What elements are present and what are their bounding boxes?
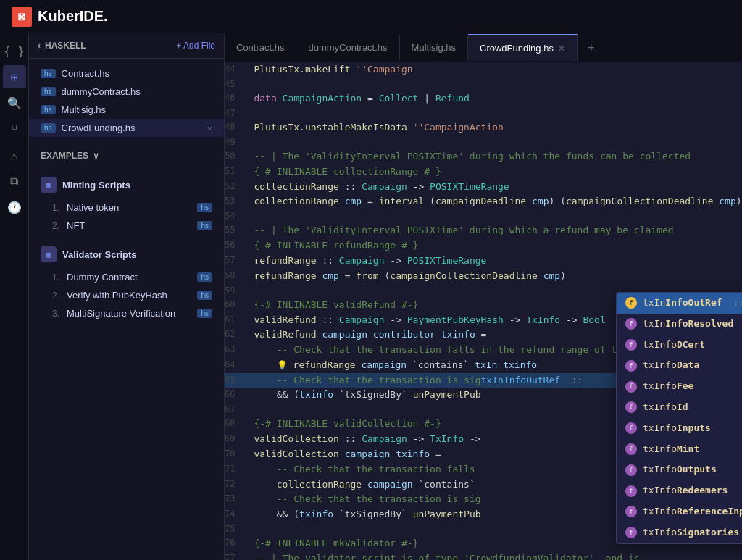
table-row: 44 PlutusTx.makeLift ''Campaign bbox=[225, 62, 742, 78]
example-multisig[interactable]: 3. MultiSignature Verification hs bbox=[29, 304, 224, 322]
file-item-multisig[interactable]: hs Multisig.hs bbox=[29, 101, 224, 119]
sidebar-icon-files[interactable]: ⊞ bbox=[3, 65, 26, 88]
table-row: 53 collectionRange cmp = interval (campa… bbox=[225, 194, 742, 209]
main-layout: { } ⊞ 🔍 ⑂ ⚠ ⧉ 🕐 ‹ HASKELL + Add File hs … bbox=[0, 33, 742, 560]
table-row: 57 refundRange :: Campaign -> POSIXTimeR… bbox=[225, 254, 742, 269]
tab-contract[interactable]: Contract.hs bbox=[225, 35, 296, 60]
example-dummy-contract[interactable]: 1. Dummy Contract hs bbox=[29, 268, 224, 286]
file-name-crowdfunding: CrowdFunding.hs bbox=[62, 122, 201, 133]
example-num-v2: 2. bbox=[52, 291, 67, 301]
tab-multisig[interactable]: Multisig.hs bbox=[400, 35, 468, 60]
example-name-nft: NFT bbox=[67, 220, 197, 231]
ac-item-txInfoData[interactable]: f txInfoData bbox=[617, 355, 742, 376]
example-badge-nft: hs bbox=[197, 221, 212, 230]
file-item-crowdfunding[interactable]: hs CrowdFunding.hs ✕ bbox=[29, 119, 224, 137]
tab-add-button[interactable]: + bbox=[578, 33, 605, 62]
file-badge-crowdfunding: hs bbox=[41, 123, 56, 133]
sidebar-icon-layers[interactable]: ⧉ bbox=[3, 170, 26, 193]
table-row: 51 {-# INLINABLE collectionRange #-} bbox=[225, 164, 742, 180]
ac-name-7: txInfoMint bbox=[643, 442, 699, 457]
explorer-title: ‹ HASKELL bbox=[38, 41, 86, 51]
table-row: 45 bbox=[225, 78, 742, 91]
table-row: 55 -- | The 'ValidityInterval POSIXTime'… bbox=[225, 223, 742, 238]
example-name-multisig: MultiSignature Verification bbox=[67, 308, 197, 319]
file-item-contract[interactable]: hs Contract.hs bbox=[29, 64, 224, 83]
examples-section: EXAMPLES ∨ ▦ Minting Scripts 1. Native t… bbox=[29, 143, 224, 325]
ac-name-10: txInfoReferenceInputs bbox=[643, 504, 742, 519]
table-row: 48 PlutusTx.unstableMakeIsData ''Campaig… bbox=[225, 120, 742, 135]
add-file-button[interactable]: + Add File bbox=[176, 41, 215, 51]
logo-text: KuberIDE. bbox=[38, 8, 108, 25]
back-arrow-icon[interactable]: ‹ bbox=[38, 41, 41, 51]
example-nft[interactable]: 2. NFT hs bbox=[29, 217, 224, 235]
ac-icon-8: f bbox=[625, 464, 637, 476]
topbar: ⊠ KuberIDE. bbox=[0, 0, 742, 33]
ac-name-3: txInfoData bbox=[643, 358, 699, 373]
tab-crowdfunding[interactable]: CrowdFunding.hs ✕ bbox=[468, 34, 578, 61]
file-name-multisig: Multisig.hs bbox=[62, 104, 212, 115]
table-row: 50 -- | The 'ValidityInterval POSIXTime'… bbox=[225, 149, 742, 164]
icon-sidebar: { } ⊞ 🔍 ⑂ ⚠ ⧉ 🕐 bbox=[0, 33, 29, 560]
explorer-lang: HASKELL bbox=[45, 41, 86, 51]
example-badge-native-token: hs bbox=[197, 203, 212, 212]
file-badge-contract: hs bbox=[41, 69, 56, 78]
ac-name-8: txInfoOutputs bbox=[643, 462, 717, 477]
sidebar-icon-braces[interactable]: { } bbox=[3, 39, 26, 62]
table-row: 49 bbox=[225, 135, 742, 149]
examples-header[interactable]: EXAMPLES ∨ bbox=[29, 143, 224, 168]
editor-tabs: Contract.hs dummyContract.hs Multisig.hs… bbox=[225, 33, 742, 62]
ac-item-txInfoRedeemers[interactable]: f txInfoRedeemers bbox=[617, 480, 742, 501]
table-row: 52 collectionRange :: Campaign -> POSIXT… bbox=[225, 180, 742, 195]
code-editor[interactable]: 44 PlutusTx.makeLift ''Campaign 45 46 da… bbox=[225, 62, 742, 560]
sidebar-icon-git[interactable]: ⑂ bbox=[3, 117, 26, 141]
ac-type-0: :: TxInInfo -> TxOutRef bbox=[734, 297, 742, 310]
logo-icon: ⊠ bbox=[12, 7, 32, 27]
autocomplete-dropdown: f txInInfoOutRef :: TxInInfo -> TxOutRef… bbox=[616, 292, 742, 544]
sidebar-icon-search[interactable]: 🔍 bbox=[3, 91, 26, 114]
ac-icon-10: f bbox=[625, 506, 637, 517]
ac-name-4: txInfoFee bbox=[643, 379, 693, 394]
example-native-token[interactable]: 1. Native token hs bbox=[29, 198, 224, 217]
tab-dummycontract[interactable]: dummyContract.hs bbox=[296, 35, 399, 60]
ac-name-5: txInfoId bbox=[643, 400, 688, 415]
example-badge-dummy: hs bbox=[197, 272, 212, 282]
file-item-dummycontract[interactable]: hs dummyContract.hs bbox=[29, 83, 224, 101]
tab-close-crowdfunding[interactable]: ✕ bbox=[558, 43, 565, 54]
ac-name-11: txInfoSignatories bbox=[643, 525, 739, 540]
ac-item-txInfoFee[interactable]: f txInfoFee bbox=[617, 376, 742, 397]
ac-icon-7: f bbox=[625, 443, 637, 455]
table-row: 54 bbox=[225, 209, 742, 223]
ac-icon-0: f bbox=[625, 297, 637, 309]
examples-label: EXAMPLES bbox=[41, 151, 88, 161]
file-close-crowdfunding[interactable]: ✕ bbox=[207, 123, 212, 133]
ac-icon-1: f bbox=[625, 318, 637, 330]
ac-item-txInInfoResolved[interactable]: f txInInfoResolved bbox=[617, 314, 742, 335]
tab-label-multisig: Multisig.hs bbox=[412, 42, 456, 53]
ac-item-txInInfoOutRef[interactable]: f txInInfoOutRef :: TxInInfo -> TxOutRef bbox=[617, 293, 742, 314]
example-group-validator: ▦ Validator Scripts 1. Dummy Contract hs… bbox=[29, 238, 224, 325]
ac-name-0: txInInfoOutRef bbox=[643, 296, 722, 311]
editor-area: Contract.hs dummyContract.hs Multisig.hs… bbox=[225, 33, 742, 560]
validator-group-header[interactable]: ▦ Validator Scripts bbox=[29, 241, 224, 268]
ac-item-txInfoSignatories[interactable]: f txInfoSignatories bbox=[617, 522, 742, 543]
ac-item-txInfoDCert[interactable]: f txInfoDCert bbox=[617, 335, 742, 356]
ac-icon-11: f bbox=[625, 527, 637, 538]
minting-group-header[interactable]: ▦ Minting Scripts bbox=[29, 171, 224, 198]
ac-item-txInfoReferenceInputs[interactable]: f txInfoReferenceInputs bbox=[617, 501, 742, 522]
ac-item-txInfoInputs[interactable]: f txInfoInputs bbox=[617, 418, 742, 439]
ac-item-txInfoOutputs[interactable]: f txInfoOutputs bbox=[617, 459, 742, 480]
tab-label-dummycontract: dummyContract.hs bbox=[308, 42, 387, 53]
ac-name-1: txInInfoResolved bbox=[643, 317, 733, 332]
sidebar-icon-clock[interactable]: 🕐 bbox=[3, 196, 26, 219]
ac-icon-9: f bbox=[625, 485, 637, 497]
explorer-header: ‹ HASKELL + Add File bbox=[29, 33, 224, 59]
sidebar-icon-warning[interactable]: ⚠ bbox=[3, 143, 26, 167]
example-name-verify: Verify with PubKeyHash bbox=[67, 290, 197, 301]
ac-item-txInfoId[interactable]: f txInfoId bbox=[617, 397, 742, 418]
ac-name-9: txInfoRedeemers bbox=[643, 483, 728, 498]
ac-item-txInfoMint[interactable]: f txInfoMint bbox=[617, 439, 742, 460]
example-verify-pubkey[interactable]: 2. Verify with PubKeyHash hs bbox=[29, 286, 224, 304]
example-badge-multisig: hs bbox=[197, 309, 212, 318]
file-badge-dummycontract: hs bbox=[41, 87, 56, 96]
table-row: 56 {-# INLINABLE refundRange #-} bbox=[225, 238, 742, 254]
